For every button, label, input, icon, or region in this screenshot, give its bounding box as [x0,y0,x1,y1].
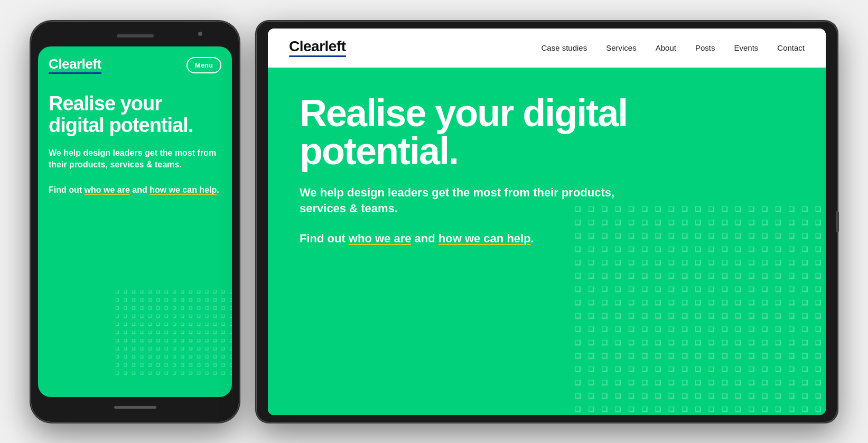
tablet-logo-underline [289,55,346,57]
tablet-hero: Realise your digital potential. We help … [268,68,826,415]
tablet-logo: Clearleft [289,39,346,57]
phone-logo-underline [49,72,101,74]
phone-dot-pattern [116,270,232,397]
nav-posts[interactable]: Posts [695,43,715,52]
tablet-cta-suffix: . [531,232,534,245]
phone-screen: Clearleft Menu Realise your digital pote… [38,46,232,397]
tablet-hero-subtitle: We help design leaders get the most from… [300,185,617,218]
phone-cta-link1[interactable]: who we are [85,185,130,194]
phone-hero-subtitle: We help design leaders get the most from… [49,147,221,171]
phone-menu-button[interactable]: Menu [186,57,221,73]
phone-speaker [117,34,154,37]
phone-notch [38,29,232,43]
tablet-nav-links: Case studies Services About Posts Events… [541,43,805,52]
nav-about[interactable]: About [656,43,676,52]
nav-events[interactable]: Events [734,43,758,52]
svg-rect-1 [116,290,232,377]
tablet-cta-middle: and [411,232,438,245]
tablet-nav: Clearleft Case studies Services About Po… [268,29,826,68]
tablet-device: Clearleft Case studies Services About Po… [256,21,837,422]
nav-contact[interactable]: Contact [777,43,805,52]
phone-cta-prefix: Find out [49,185,85,194]
devices-container: Clearleft Menu Realise your digital pote… [20,11,848,433]
tablet-cta-link2[interactable]: how we can help [438,232,531,245]
svg-rect-3 [575,206,826,415]
phone-content: Realise your digital potential. We help … [38,80,232,397]
tablet-cta-link1[interactable]: who we are [349,232,412,245]
nav-case-studies[interactable]: Case studies [541,43,587,52]
phone-hero-title: Realise your digital potential. [49,93,221,137]
phone-camera [198,32,202,36]
phone-cta-suffix: . [217,185,219,194]
phone-logo-text: Clearleft [49,57,101,71]
tablet-hero-title: Realise your digital potential. [300,94,669,170]
phone-cta-middle: and [130,185,150,194]
phone-header: Clearleft Menu [38,46,232,80]
tablet-side-button [836,211,839,232]
tablet-dot-pattern [575,206,826,415]
nav-services[interactable]: Services [606,43,637,52]
phone-home-bar [38,400,232,415]
tablet-cta-prefix: Find out [300,232,349,245]
phone-logo: Clearleft [49,57,101,74]
phone-cta-link2[interactable]: how we can help [150,185,217,194]
tablet-screen: Clearleft Case studies Services About Po… [268,29,826,415]
phone-cta: Find out who we are and how we can help. [49,184,221,196]
phone-home-indicator [114,406,156,409]
phone-device: Clearleft Menu Realise your digital pote… [31,21,239,422]
tablet-logo-text: Clearleft [289,39,346,54]
